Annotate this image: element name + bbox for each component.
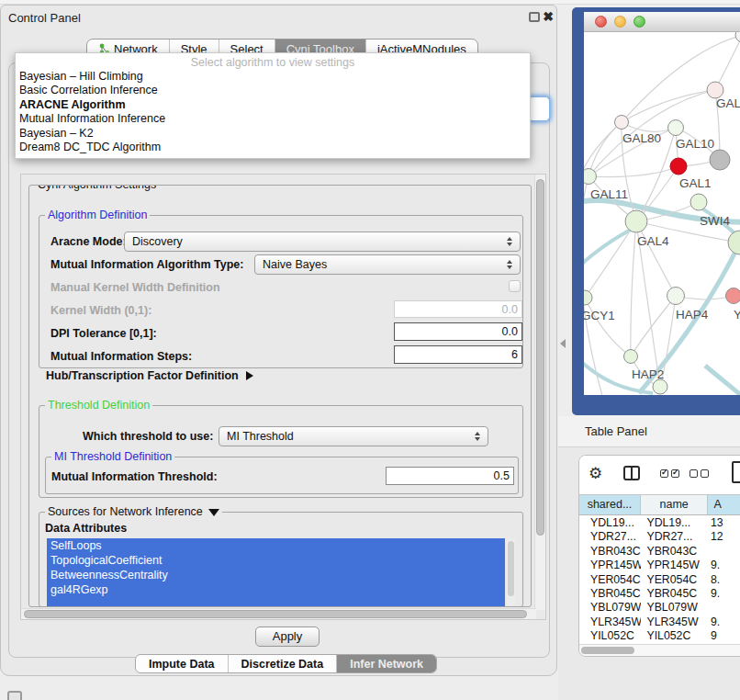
node-label-gcy1: GCY1 [584,309,615,322]
node-hap2[interactable] [624,350,638,364]
mi-type-combobox[interactable]: Naive Bayes [254,254,521,275]
function-builder-icon[interactable] [732,461,740,483]
network-canvas[interactable]: GAL GAL80 GAL10 GAL1 GAL11 SWI4 GAL4 GCY… [584,32,740,395]
algorithm-option[interactable]: Bayesian – Hill Climbing [16,70,530,84]
scrollbar-thumb[interactable] [581,647,634,654]
algorithm-option[interactable]: Mutual Information Inference [16,112,530,126]
mi-threshold-input[interactable] [386,467,514,485]
mi-steps-input[interactable] [394,345,522,364]
dpi-tolerance-input[interactable] [394,322,522,341]
settings-horizontal-scrollbar[interactable] [21,608,536,619]
node-unlabeled-right[interactable] [728,231,740,254]
node-label-gal10: GAL10 [676,137,714,151]
node-gcy1[interactable] [584,290,592,305]
algorithm-option[interactable]: Bayesian – K2 [16,127,530,141]
table-row[interactable]: YBR043CYBR043C [579,545,740,559]
tab-discretize-data[interactable]: Discretize Data [229,655,338,672]
node-label-hap4: HAP4 [676,308,709,322]
combo-arrows-icon [475,432,480,441]
kernel-width-input[interactable] [394,300,522,318]
tab-impute-data[interactable]: Impute Data [136,655,229,672]
close-traffic-light-icon[interactable] [595,16,607,28]
list-item[interactable]: TopologicalCoefficient [47,553,505,568]
table-row[interactable]: YBL079WYBL079W [579,601,740,615]
node-hap4[interactable] [667,288,685,305]
mi-type-label: Mutual Information Algorithm Type: [50,258,243,271]
tab-infer-network[interactable]: Infer Network [337,655,436,672]
table-row[interactable]: YER054CYER054C8. [579,573,740,587]
mi-threshold-label: Mutual Information Threshold: [51,470,218,483]
which-threshold-combobox[interactable]: MI Threshold [219,426,488,446]
node-swi4[interactable] [690,194,707,210]
table-row[interactable]: YIL052CYIL052C9 [579,629,740,643]
list-item-partial[interactable] [47,597,505,606]
table-row[interactable]: YDR27...YDR27...12 [579,530,740,544]
popup-placeholder: Select algorithm to view settings [16,53,530,70]
node-gal11[interactable] [584,169,597,185]
list-item[interactable]: gal4RGexp [47,582,505,597]
expander-right-arrow-icon [246,371,253,380]
node-unlabeled-topright[interactable] [735,32,740,42]
column-layout-icon[interactable] [623,466,640,480]
node-table: ⚙ shared... name A YDL19...YDL19...13 YD… [578,455,740,657]
algorithm-option-selected[interactable]: ARACNE Algorithm [16,98,530,112]
table-panel-header: Table Panel [558,416,740,447]
zoom-traffic-light-icon[interactable] [633,16,645,28]
table-rows: YDL19...YDL19...13 YDR27...YDR27...12 YB… [579,516,740,644]
node-gray[interactable] [710,150,730,170]
apply-button[interactable]: Apply [255,627,320,647]
teal-edges [584,200,740,395]
table-row[interactable]: YLR345WYLR345W9. [579,615,740,629]
minimize-traffic-light-icon[interactable] [614,16,626,28]
algorithm-option[interactable]: Basic Correlation Inference [16,84,530,97]
attribute-list-scrollbar[interactable] [507,538,515,606]
node-label-gal: GAL [716,96,740,110]
aracne-mode-combobox[interactable]: Discovery [124,231,521,252]
close-panel-icon[interactable]: ✖ [541,9,555,24]
table-row[interactable]: YDL19...YDL19...13 [579,516,740,530]
list-item[interactable]: BetweennessCentrality [47,568,505,582]
node-gal80[interactable] [615,116,629,130]
settings-vertical-scrollbar[interactable] [534,175,545,610]
node-gal1-red[interactable] [670,158,687,175]
table-horizontal-scrollbar[interactable] [579,644,740,656]
algorithm-combobox-fragment[interactable] [528,96,550,121]
node-label-swi4: SWI4 [700,214,730,228]
algorithm-option[interactable]: Dream8 DC_TDC Algorithm [16,141,530,154]
table-row[interactable]: YBR045CYBR045C9. [579,587,740,601]
which-threshold-value: MI Threshold [227,430,294,443]
manual-kernel-checkbox[interactable] [509,280,521,292]
column-header-name[interactable]: name [641,495,708,514]
column-header-shared-name[interactable]: shared... [579,495,641,514]
table-row[interactable]: YPR145WYPR145W9. [579,559,740,572]
node-gal4[interactable] [625,210,647,232]
network-window-titlebar[interactable] [584,12,740,32]
panel-divider-collapse-icon[interactable] [560,339,566,348]
data-attributes-label: Data Attributes [45,522,127,535]
sources-group: Sources for Network Inference Data Attri… [39,512,523,607]
node-salmon[interactable] [726,288,740,304]
list-item[interactable]: SelfLoops [47,538,505,553]
tab-impute-data-label: Impute Data [149,658,215,671]
node-unlabeled-bottom[interactable] [653,379,667,394]
scrollbar-thumb[interactable] [536,179,544,536]
column-header-partial[interactable]: A [708,495,740,514]
threshold-definition-title: Threshold Definition [45,399,152,412]
node-gal10[interactable] [668,120,684,136]
settings-gear-icon[interactable]: ⚙ [589,464,602,483]
manual-kernel-label: Manual Kernel Width Definition [50,281,220,294]
deselect-all-icon[interactable] [690,469,709,478]
table-toolbar: ⚙ [579,456,740,494]
expander-down-arrow-icon[interactable] [208,509,219,516]
dpi-tolerance-label: DPI Tolerance [0,1]: [50,327,157,340]
hub-tf-expander[interactable]: Hub/Transcription Factor Definition [46,369,253,382]
float-window-icon[interactable] [529,12,540,22]
algorithm-select-popup: Select algorithm to view settings Bayesi… [15,52,531,159]
network-view-window[interactable]: GAL GAL80 GAL10 GAL1 GAL11 SWI4 GAL4 GCY… [572,7,740,415]
sources-group-title: Sources for Network Inference [45,505,222,518]
bottom-left-grip[interactable] [7,691,22,700]
threshold-definition-group: Threshold Definition Which threshold to … [39,405,523,498]
scrollbar-thumb[interactable] [24,610,527,618]
control-panel-titlebar: Control Panel ✖ [1,6,556,29]
select-all-icon[interactable] [660,469,679,478]
